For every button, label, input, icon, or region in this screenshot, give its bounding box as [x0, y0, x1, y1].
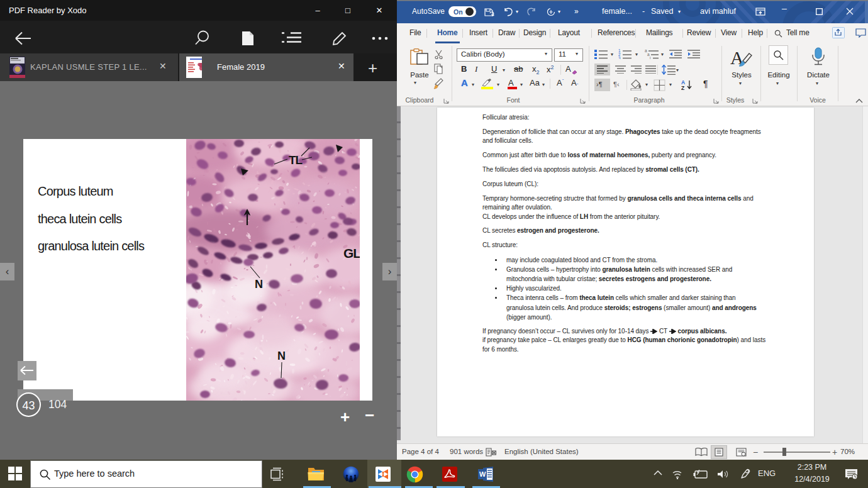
svg-text:3: 3 — [618, 56, 621, 60]
svg-text:W: W — [479, 470, 486, 478]
svg-text:Z: Z — [681, 85, 684, 91]
svg-text:N: N — [255, 278, 263, 291]
svg-text:TL: TL — [289, 153, 303, 167]
svg-text:N: N — [277, 350, 286, 362]
svg-text:GL: GL — [343, 246, 360, 260]
svg-text:i: i — [650, 56, 650, 60]
